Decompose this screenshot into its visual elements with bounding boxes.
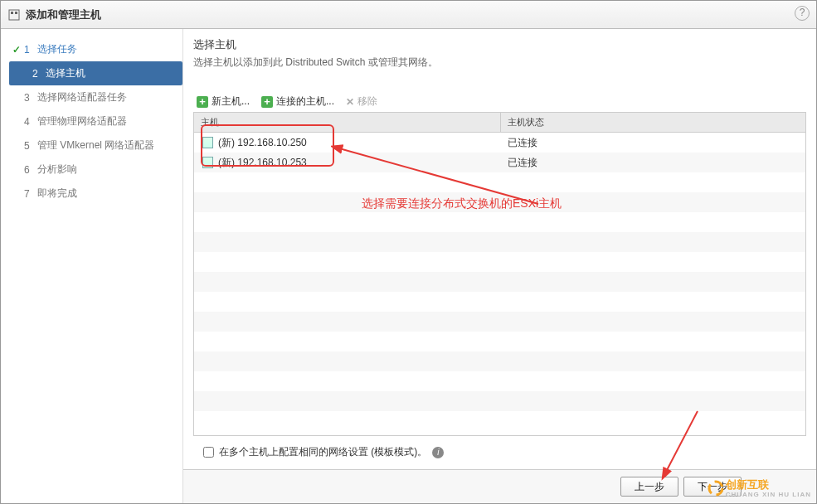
table-row[interactable]: (新) 192.168.10.253 已连接 [194, 153, 805, 172]
step-7: 7 即将完成 [1, 182, 182, 206]
logo-icon [708, 480, 724, 497]
connected-host-button[interactable]: + 连接的主机... [261, 94, 334, 109]
hosts-table: 主机 主机状态 (新) 192.168.10.250 已连接 [193, 112, 806, 436]
check-icon: ✓ [12, 44, 21, 56]
step-label: 管理物理网络适配器 [37, 114, 127, 128]
step-1[interactable]: ✓ 1 选择任务 [1, 37, 182, 61]
svg-rect-1 [11, 12, 13, 14]
template-mode-label: 在多个主机上配置相同的网络设置 (模板模式)。 [219, 445, 427, 459]
template-mode-row: 在多个主机上配置相同的网络设置 (模板模式)。 i [193, 436, 806, 467]
main-panel: 选择主机 选择主机以添加到此 Distributed Switch 或管理其网络… [183, 29, 816, 503]
toolbar: + 新主机... + 连接的主机... ✕ 移除 [193, 93, 806, 112]
step-3: 3 选择网络适配器任务 [1, 85, 182, 109]
step-5: 5 管理 VMkernel 网络适配器 [1, 133, 182, 158]
host-label: (新) 192.168.10.250 [218, 136, 307, 150]
info-icon[interactable]: i [432, 447, 444, 458]
host-icon [202, 137, 213, 148]
svg-point-3 [709, 482, 722, 495]
svg-rect-2 [15, 12, 17, 14]
step-label: 选择任务 [37, 42, 77, 56]
window-title: 添加和管理主机 [26, 7, 101, 22]
host-state: 已连接 [501, 136, 805, 150]
plus-icon: + [261, 96, 273, 108]
new-host-button[interactable]: + 新主机... [197, 94, 250, 109]
step-label: 即将完成 [37, 187, 77, 201]
help-icon[interactable]: ? [795, 6, 810, 21]
col-host[interactable]: 主机 [194, 113, 501, 132]
table-header: 主机 主机状态 [194, 113, 805, 133]
x-icon: ✕ [346, 96, 354, 108]
window-icon [7, 8, 21, 22]
page-title: 选择主机 [193, 37, 806, 52]
annotation-text: 选择需要连接分布式交换机的ESXi主机 [362, 196, 562, 211]
brand-logo: 创新互联 CHUANG XIN HU LIAN [708, 477, 811, 498]
svg-rect-0 [9, 10, 19, 20]
table-body: (新) 192.168.10.250 已连接 (新) 192.168.10.25… [194, 133, 805, 435]
step-label: 选择主机 [46, 66, 85, 80]
host-state: 已连接 [501, 156, 805, 170]
step-label: 选择网络适配器任务 [37, 90, 127, 104]
step-label: 管理 VMkernel 网络适配器 [37, 138, 154, 153]
host-label: (新) 192.168.10.253 [218, 156, 307, 170]
titlebar: 添加和管理主机 ? [1, 1, 816, 29]
host-icon [202, 157, 213, 168]
table-row[interactable]: (新) 192.168.10.250 已连接 [194, 133, 805, 153]
wizard-sidebar: ✓ 1 选择任务 2 选择主机 3 选择网络适配器任务 4 管理物理网络适配器 [1, 29, 183, 503]
col-state[interactable]: 主机状态 [501, 113, 805, 132]
back-button[interactable]: 上一步 [620, 477, 678, 497]
step-label: 分析影响 [37, 162, 77, 177]
remove-button: ✕ 移除 [346, 94, 377, 109]
page-subtitle: 选择主机以添加到此 Distributed Switch 或管理其网络。 [193, 56, 806, 70]
step-2[interactable]: 2 选择主机 [9, 61, 182, 85]
plus-icon: + [197, 96, 208, 108]
step-4: 4 管理物理网络适配器 [1, 109, 182, 133]
template-mode-checkbox[interactable] [203, 447, 214, 458]
step-6: 6 分析影响 [1, 158, 182, 182]
